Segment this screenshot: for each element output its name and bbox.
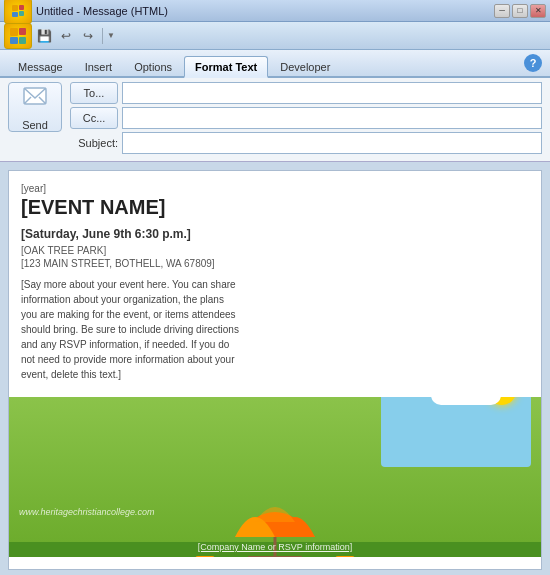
quick-access-toolbar: 💾 ↩ ↪ ▼	[0, 22, 550, 50]
title-bar-controls: ─ □ ✕	[494, 4, 546, 18]
email-form: Send To... Cc... Subject:	[0, 78, 550, 162]
year-text: [year]	[21, 183, 529, 194]
ribbon-tab-bar: Message Insert Options Format Text Devel…	[0, 50, 550, 76]
tab-developer[interactable]: Developer	[270, 57, 340, 76]
close-button[interactable]: ✕	[530, 4, 546, 18]
tab-message[interactable]: Message	[8, 57, 73, 76]
company-info: [Company Name or RSVP information]	[198, 542, 352, 552]
help-button[interactable]: ?	[524, 54, 542, 72]
svg-rect-3	[12, 12, 18, 17]
undo-arrow[interactable]: ↪	[78, 26, 98, 46]
cc-row: Cc...	[70, 107, 542, 129]
svg-rect-4	[10, 28, 18, 36]
to-row: To...	[70, 82, 542, 104]
send-icon	[21, 83, 49, 117]
to-input[interactable]	[122, 82, 542, 104]
cloud	[431, 397, 501, 405]
title-bar-title: Untitled - Message (HTML)	[36, 5, 168, 17]
sky-background	[381, 397, 531, 487]
svg-rect-0	[12, 5, 18, 11]
website-text: www.heritagechristiancollege.com	[19, 507, 155, 517]
svg-rect-1	[19, 5, 24, 10]
minimize-button[interactable]: ─	[494, 4, 510, 18]
umbrella-scene	[225, 487, 325, 542]
chair-left	[195, 556, 215, 557]
title-bar: Untitled - Message (HTML) ─ □ ✕	[0, 0, 550, 22]
subject-row: Subject:	[70, 132, 542, 154]
main-content: [year] [EVENT NAME] [Saturday, June 9th …	[0, 162, 550, 575]
maximize-button[interactable]: □	[512, 4, 528, 18]
svg-rect-2	[19, 11, 24, 16]
event-date: [Saturday, June 9th 6:30 p.m.]	[21, 227, 529, 241]
chair-right	[335, 556, 355, 557]
cc-button[interactable]: Cc...	[70, 107, 118, 129]
umbrella	[225, 487, 325, 542]
summer-scene-illustration: www.heritagechristiancollege.com [Compan…	[9, 397, 541, 557]
subject-label: Subject:	[70, 137, 118, 149]
send-label: Send	[22, 119, 48, 131]
svg-rect-6	[19, 37, 26, 44]
customize-dropdown[interactable]: ▼	[107, 31, 115, 40]
event-name: [EVENT NAME]	[21, 196, 529, 219]
email-fields: To... Cc... Subject:	[70, 82, 542, 157]
tab-insert[interactable]: Insert	[75, 57, 123, 76]
svg-rect-5	[19, 28, 26, 35]
subject-input[interactable]	[122, 132, 542, 154]
cc-input[interactable]	[122, 107, 542, 129]
office-logo[interactable]	[4, 0, 32, 24]
to-button[interactable]: To...	[70, 82, 118, 104]
office-button[interactable]	[4, 23, 32, 49]
umbrella-svg	[225, 487, 325, 542]
title-bar-left: Untitled - Message (HTML)	[4, 0, 168, 24]
tab-format-text[interactable]: Format Text	[184, 56, 268, 78]
event-address: [123 MAIN STREET, BOTHELL, WA 67809]	[21, 258, 529, 269]
table	[248, 556, 303, 557]
toolbar-separator	[102, 28, 103, 44]
email-preview: [year] [EVENT NAME] [Saturday, June 9th …	[8, 170, 542, 570]
event-location: [OAK TREE PARK]	[21, 245, 529, 256]
ribbon: Message Insert Options Format Text Devel…	[0, 50, 550, 78]
send-button[interactable]: Send	[8, 82, 62, 132]
tab-options[interactable]: Options	[124, 57, 182, 76]
preview-content: [year] [EVENT NAME] [Saturday, June 9th …	[21, 183, 529, 557]
svg-rect-7	[10, 37, 18, 44]
undo-button[interactable]: ↩	[56, 26, 76, 46]
event-description: [Say more about your event here. You can…	[21, 277, 241, 382]
save-button[interactable]: 💾	[34, 26, 54, 46]
